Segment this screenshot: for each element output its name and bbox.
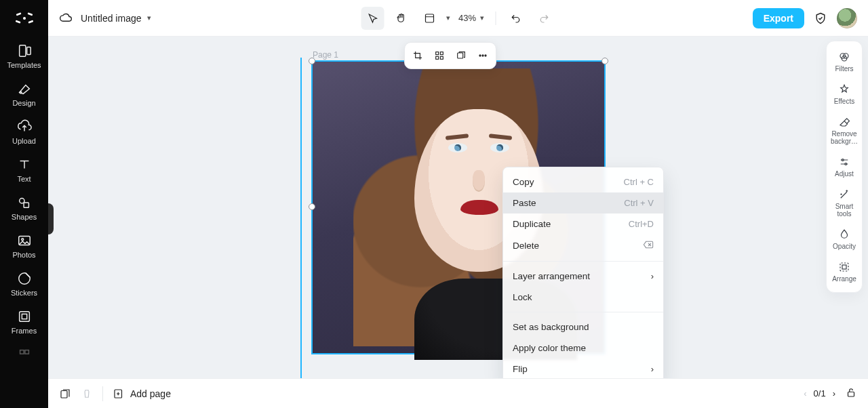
ctx-apply-color-theme[interactable]: Apply color theme <box>503 338 663 359</box>
delete-page-button[interactable] <box>81 388 93 400</box>
nav-frames[interactable]: Frames <box>0 302 48 340</box>
chevron-down-icon[interactable]: ▾ <box>446 14 450 22</box>
svg-rect-9 <box>24 203 28 207</box>
svg-rect-18 <box>440 52 443 55</box>
nav-templates[interactable]: Templates <box>0 37 48 75</box>
ctx-shortcut: Ctrl+D <box>629 219 654 229</box>
svg-rect-25 <box>61 390 67 398</box>
prev-page-button[interactable]: ‹ <box>804 388 806 399</box>
next-page-button[interactable]: › <box>833 388 835 399</box>
nav-label: Frames <box>12 327 37 335</box>
ctx-label: Paste <box>513 198 536 208</box>
ctx-shortcut: Ctrl + C <box>624 177 654 187</box>
cloud-sync-icon[interactable] <box>59 12 73 25</box>
nav-upload[interactable]: Upload <box>0 113 48 150</box>
undo-button[interactable] <box>504 7 527 30</box>
nav-more[interactable] <box>0 340 48 370</box>
svg-rect-2 <box>27 12 33 16</box>
ctx-label: Set as background <box>513 322 589 332</box>
nav-text[interactable]: Text <box>0 150 48 188</box>
document-title[interactable]: Untitled image ▾ <box>81 13 151 24</box>
frames-icon <box>17 309 32 324</box>
svg-rect-19 <box>436 56 439 59</box>
selection-toolbar <box>404 42 496 69</box>
ctx-lock[interactable]: Lock <box>503 287 663 308</box>
nav-stickers[interactable]: Stickers <box>0 264 48 302</box>
guide-line <box>300 58 302 378</box>
chevron-down-icon: ▾ <box>480 14 484 22</box>
more-options-button[interactable] <box>473 45 493 66</box>
add-page-button[interactable]: Add page <box>113 388 171 400</box>
shield-icon[interactable] <box>814 12 827 25</box>
rb-effects[interactable]: Effects <box>828 79 861 109</box>
replace-image-button[interactable] <box>451 45 471 66</box>
rb-opacity[interactable]: Opacity <box>828 224 861 254</box>
export-button[interactable]: Export <box>753 8 804 28</box>
rb-label: Adjust <box>835 170 854 178</box>
svg-rect-12 <box>19 312 29 322</box>
crop-button[interactable] <box>408 45 428 66</box>
layout-tool[interactable] <box>418 7 441 30</box>
rb-smart-tools[interactable]: Smart tools <box>828 184 861 222</box>
ctx-delete[interactable]: Delete <box>503 234 663 257</box>
rb-arrange[interactable]: Arrange <box>828 257 861 287</box>
ctx-layer-arrangement[interactable]: Layer arrangement › <box>503 266 663 287</box>
svg-rect-1 <box>15 20 20 24</box>
rb-label: Remove backgr… <box>828 130 861 145</box>
nav-design[interactable]: Design <box>0 75 48 113</box>
ctx-copy[interactable]: Copy Ctrl + C <box>503 171 663 192</box>
filters-icon <box>838 51 850 63</box>
canvas-area[interactable]: Page 1 <box>48 37 868 378</box>
shapes-icon <box>17 195 32 210</box>
nav-label: Shapes <box>12 213 37 221</box>
smart-crop-button[interactable] <box>429 45 450 66</box>
lock-icon[interactable] <box>845 386 857 401</box>
app-logo[interactable] <box>0 0 48 37</box>
ctx-label: Copy <box>513 177 534 187</box>
rb-adjust[interactable]: Adjust <box>828 152 861 182</box>
ctx-label: Layer arrangement <box>513 271 590 281</box>
hand-tool[interactable] <box>389 7 412 30</box>
text-icon <box>17 157 32 172</box>
page-label: Page 1 <box>313 50 338 60</box>
rb-label: Smart tools <box>828 203 861 218</box>
add-page-label: Add page <box>130 388 171 399</box>
svg-rect-5 <box>19 45 25 57</box>
zoom-level[interactable]: 43% ▾ <box>456 13 487 23</box>
topbar: Untitled image ▾ ▾ 43% ▾ <box>48 0 868 37</box>
sidebar-expand-handle[interactable] <box>48 203 54 234</box>
ctx-separator <box>503 312 663 312</box>
selection-handle[interactable] <box>309 58 315 64</box>
nav-label: Text <box>17 175 31 183</box>
ctx-set-background[interactable]: Set as background <box>503 317 663 338</box>
more-icon <box>17 347 32 362</box>
pages-panel-button[interactable] <box>59 388 71 400</box>
design-icon <box>17 81 32 96</box>
redo-button[interactable] <box>532 7 555 30</box>
ctx-label: Flip <box>513 364 528 374</box>
nav-shapes[interactable]: Shapes <box>0 188 48 226</box>
svg-rect-33 <box>840 263 848 271</box>
svg-rect-34 <box>842 265 846 269</box>
rb-label: Effects <box>834 98 854 105</box>
rb-filters[interactable]: Filters <box>828 47 861 77</box>
ctx-duplicate[interactable]: Duplicate Ctrl+D <box>503 213 663 234</box>
svg-rect-21 <box>458 53 463 58</box>
opacity-icon <box>838 228 850 241</box>
ctx-paste[interactable]: Paste Ctrl + V <box>503 192 663 213</box>
svg-rect-0 <box>16 12 21 16</box>
svg-point-22 <box>479 55 481 56</box>
nav-photos[interactable]: Photos <box>0 226 48 264</box>
svg-rect-15 <box>24 350 28 354</box>
svg-point-23 <box>482 55 484 56</box>
selection-handle[interactable] <box>601 58 608 64</box>
rb-remove-bg[interactable]: Remove backgr… <box>828 112 861 149</box>
ctx-flip[interactable]: Flip › <box>503 359 663 378</box>
selection-handle[interactable] <box>309 203 315 210</box>
nav-label: Stickers <box>11 289 37 297</box>
nav-label: Upload <box>12 137 36 145</box>
user-avatar[interactable] <box>837 8 857 28</box>
export-label: Export <box>764 13 793 24</box>
rb-label: Opacity <box>833 243 856 250</box>
select-tool[interactable] <box>361 7 384 30</box>
